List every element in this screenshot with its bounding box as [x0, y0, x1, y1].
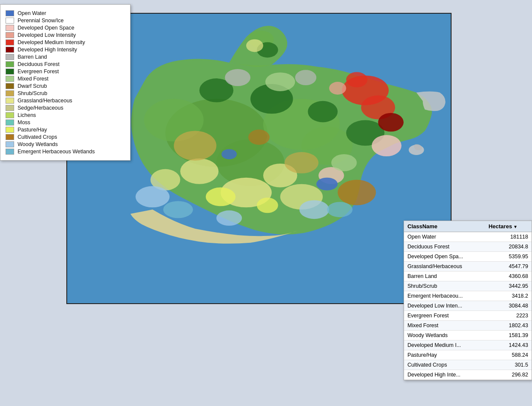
legend-swatch: [6, 10, 14, 16]
classname-cell: Developed Low Inten...: [404, 301, 485, 311]
svg-point-25: [285, 152, 319, 173]
svg-point-22: [206, 188, 236, 206]
legend-label: Sedge/Herbaceous: [18, 105, 63, 111]
legend-swatch: [6, 54, 14, 60]
hectares-cell: 1424.43: [485, 340, 532, 350]
legend-item: Developed Low Intensity: [6, 32, 125, 38]
legend-item: Dwarf Scrub: [6, 83, 125, 89]
legend-swatch: [6, 76, 14, 82]
legend-swatch: [6, 69, 14, 75]
table-row[interactable]: Evergreen Forest2223: [404, 311, 532, 321]
svg-point-29: [295, 70, 317, 85]
table-row[interactable]: Grassland/Herbaceous4547.79: [404, 262, 532, 272]
legend-swatch: [6, 47, 14, 53]
legend-label: Pasture/Hay: [18, 127, 47, 133]
svg-point-23: [257, 197, 278, 213]
legend-swatch: [6, 119, 14, 125]
table-row[interactable]: Pasture/Hay588.24: [404, 350, 532, 360]
legend-label: Emergent Herbaceous Wetlands: [18, 149, 95, 155]
classname-cell: Developed Open Spa...: [404, 252, 485, 262]
legend-label: Developed Open Space: [18, 25, 74, 31]
classname-cell: Shrub/Scrub: [404, 281, 485, 291]
svg-point-13: [346, 72, 368, 87]
table-row[interactable]: Emergent Herbaceou...3418.2: [404, 291, 532, 301]
svg-point-33: [163, 201, 193, 218]
hectares-cell: 1581.39: [485, 331, 532, 340]
legend-item: Developed High Intensity: [6, 47, 125, 53]
hectares-cell: 588.24: [485, 350, 532, 360]
table-row[interactable]: Mixed Forest1802.43: [404, 321, 532, 331]
legend-swatch: [6, 83, 14, 89]
svg-point-35: [316, 178, 338, 191]
hectares-cell: 296.82: [485, 370, 532, 380]
table-row[interactable]: Developed High Inte...296.82: [404, 370, 532, 380]
svg-point-34: [327, 202, 353, 217]
legend-panel: Open WaterPerennial Snow/IceDeveloped Op…: [0, 4, 131, 161]
legend-swatch: [6, 25, 14, 31]
table-row[interactable]: Cultivated Crops301.5: [404, 360, 532, 370]
legend-item: Lichens: [6, 112, 125, 118]
legend-label: Grassland/Herbaceous: [18, 98, 72, 104]
legend-item: Evergreen Forest: [6, 69, 125, 75]
svg-point-8: [308, 101, 338, 122]
legend-swatch: [6, 18, 14, 24]
hectares-cell: 2223: [485, 311, 532, 321]
svg-point-24: [174, 131, 216, 161]
legend-label: Cultivated Crops: [18, 134, 57, 140]
legend-item: Shrub/Scrub: [6, 90, 125, 96]
legend-label: Woody Wetlands: [18, 141, 58, 147]
legend-item: Deciduous Forest: [6, 61, 125, 67]
legend-item: Cultivated Crops: [6, 134, 125, 140]
legend-label: Developed Low Intensity: [18, 32, 76, 38]
legend-label: Barren Land: [18, 54, 47, 60]
legend-label: Moss: [18, 119, 30, 125]
legend-item: Mixed Forest: [6, 76, 125, 82]
legend-swatch: [6, 105, 14, 111]
table-row[interactable]: Barren Land4360.68: [404, 272, 532, 281]
legend-item: Moss: [6, 119, 125, 125]
legend-item: Developed Open Space: [6, 25, 125, 31]
legend-item: Pasture/Hay: [6, 127, 125, 133]
table-row[interactable]: Developed Low Inten...3084.48: [404, 301, 532, 311]
legend-label: Shrub/Scrub: [18, 90, 47, 96]
classname-cell: Developed High Inte...: [404, 370, 485, 380]
data-table: ClassName Hectares Open Water181118Decid…: [404, 221, 532, 380]
legend-label: Dwarf Scrub: [18, 83, 47, 89]
table-row[interactable]: Open Water181118: [404, 232, 532, 242]
table-row[interactable]: Developed Medium I...1424.43: [404, 340, 532, 350]
classname-cell: Developed Medium I...: [404, 340, 485, 350]
svg-point-14: [329, 82, 346, 95]
legend-label: Lichens: [18, 112, 36, 118]
svg-point-36: [222, 149, 237, 159]
svg-point-15: [372, 135, 401, 156]
classname-cell: Woody Wetlands: [404, 331, 485, 340]
hectares-cell: 20834.8: [485, 242, 532, 252]
table-row[interactable]: Shrub/Scrub3442.95: [404, 281, 532, 291]
table-row[interactable]: Woody Wetlands1581.39: [404, 331, 532, 340]
legend-swatch: [6, 90, 14, 96]
svg-point-41: [246, 39, 263, 52]
classname-header[interactable]: ClassName: [404, 221, 485, 232]
legend-swatch: [6, 149, 14, 155]
svg-point-38: [331, 154, 357, 171]
classname-cell: Deciduous Forest: [404, 242, 485, 252]
svg-point-31: [299, 200, 329, 219]
classname-cell: Cultivated Crops: [404, 360, 485, 370]
hectares-cell: 5359.95: [485, 252, 532, 262]
legend-item: Emergent Herbaceous Wetlands: [6, 149, 125, 155]
svg-point-37: [265, 72, 295, 91]
legend-item: Open Water: [6, 10, 125, 16]
svg-point-30: [136, 186, 170, 208]
hectares-cell: 1802.43: [485, 321, 532, 331]
legend-label: Perennial Snow/Ice: [18, 18, 64, 24]
classname-cell: Grassland/Herbaceous: [404, 262, 485, 272]
hectares-cell: 3418.2: [485, 291, 532, 301]
table-row[interactable]: Deciduous Forest20834.8: [404, 242, 532, 252]
legend-item: Perennial Snow/Ice: [6, 18, 125, 24]
legend-swatch: [6, 32, 14, 38]
legend-label: Mixed Forest: [18, 76, 48, 82]
hectares-header[interactable]: Hectares: [485, 221, 532, 232]
legend-swatch: [6, 127, 14, 133]
table-row[interactable]: Developed Open Spa...5359.95: [404, 252, 532, 262]
classname-cell: Emergent Herbaceou...: [404, 291, 485, 301]
